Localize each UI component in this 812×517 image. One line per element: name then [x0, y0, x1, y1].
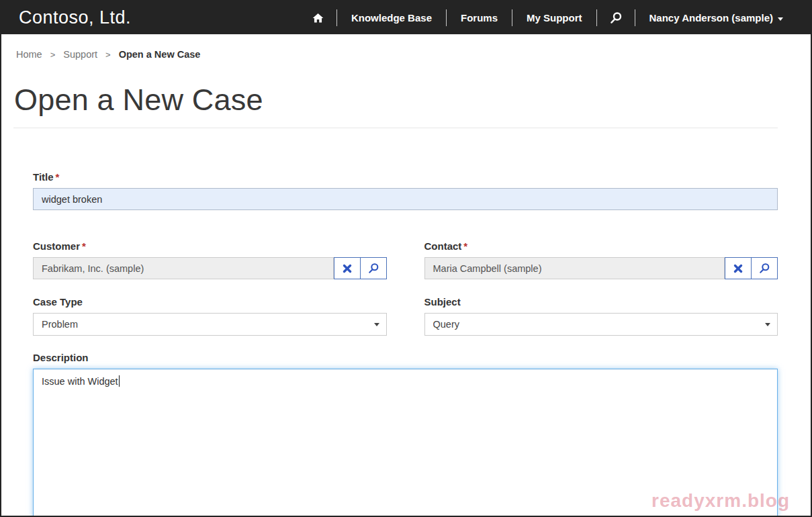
nav-item-knowledge-base[interactable]: Knowledge Base — [337, 1, 446, 34]
page-title: Open a New Case — [14, 83, 797, 117]
description-field: Description Issue with Widget — [33, 352, 778, 517]
title-field: Title* — [33, 171, 778, 210]
customer-clear-button[interactable] — [334, 257, 361, 279]
contact-field: Contact* — [424, 240, 778, 279]
brand-logo[interactable]: Contoso, Ltd. — [19, 7, 131, 28]
nav-menu: Knowledge Base Forums My Support Nancy A… — [300, 1, 797, 34]
case-type-select[interactable]: Problem — [33, 313, 387, 336]
contact-lookup — [424, 257, 778, 279]
title-label: Title* — [33, 171, 778, 183]
description-label: Description — [33, 352, 778, 363]
search-icon — [758, 263, 770, 275]
breadcrumb: Home > Support > Open a New Case — [16, 49, 797, 60]
heading-divider — [13, 128, 778, 128]
caret-down-icon — [778, 17, 783, 21]
home-link[interactable] — [300, 12, 336, 24]
search-toggle[interactable] — [597, 11, 635, 25]
breadcrumb-separator: > — [50, 50, 56, 60]
case-type-field: Case Type Problem — [33, 296, 387, 336]
nav-item-forums[interactable]: Forums — [447, 1, 512, 34]
title-input[interactable] — [33, 188, 778, 210]
customer-input[interactable] — [33, 257, 334, 279]
search-icon — [609, 11, 623, 25]
description-text: Issue with Widget — [42, 376, 118, 387]
customer-search-button[interactable] — [360, 257, 387, 279]
search-icon — [367, 263, 379, 275]
contact-label: Contact* — [424, 240, 778, 252]
contact-clear-button[interactable] — [725, 257, 752, 279]
top-navbar: Contoso, Ltd. Knowledge Base Forums My S… — [1, 1, 811, 34]
case-type-label: Case Type — [33, 296, 387, 308]
home-icon — [312, 12, 324, 24]
customer-field: Customer* — [33, 240, 387, 279]
breadcrumb-separator: > — [105, 50, 111, 60]
new-case-form: Title* Customer* — [33, 171, 778, 517]
subject-field: Subject Query — [424, 296, 778, 336]
user-menu-label: Nancy Anderson (sample) — [649, 12, 774, 23]
breadcrumb-current: Open a New Case — [119, 49, 201, 60]
breadcrumb-support[interactable]: Support — [63, 49, 97, 60]
required-marker: * — [82, 240, 86, 252]
contact-input[interactable] — [424, 257, 725, 279]
portal-window: Contoso, Ltd. Knowledge Base Forums My S… — [0, 0, 812, 517]
contact-search-button[interactable] — [751, 257, 778, 279]
required-marker: * — [463, 240, 467, 252]
user-menu[interactable]: Nancy Anderson (sample) — [635, 1, 798, 34]
breadcrumb-home[interactable]: Home — [16, 49, 42, 60]
clear-x-icon — [342, 263, 353, 274]
customer-label: Customer* — [33, 240, 387, 252]
required-marker: * — [56, 171, 60, 183]
description-textarea[interactable]: Issue with Widget — [33, 369, 778, 517]
clear-x-icon — [733, 263, 743, 274]
subject-select[interactable]: Query — [424, 313, 778, 336]
subject-label: Subject — [424, 296, 778, 308]
nav-item-my-support[interactable]: My Support — [512, 1, 596, 34]
customer-lookup — [33, 257, 387, 279]
text-cursor — [119, 375, 120, 387]
